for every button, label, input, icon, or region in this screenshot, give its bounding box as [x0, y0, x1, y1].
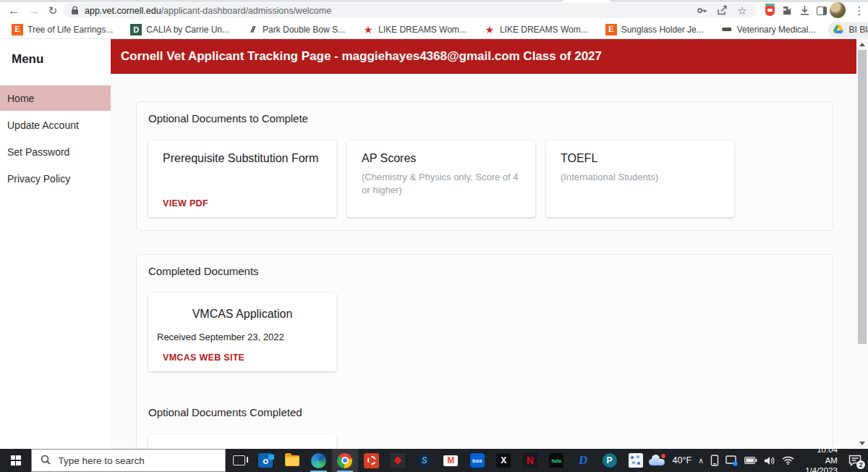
- box-icon: box: [470, 453, 485, 468]
- taskbar-app-x[interactable]: X: [490, 449, 517, 472]
- vet-logo-icon: [721, 24, 733, 35]
- bookmark-item[interactable]: D CALIA by Carrie Un...: [126, 22, 234, 38]
- page-banner: Cornell Vet Applicant Tracking Page - ma…: [111, 39, 856, 74]
- tray-chevron-up-icon[interactable]: ∧: [698, 456, 704, 465]
- netflix-icon: N: [523, 453, 537, 468]
- bookmark-item[interactable]: ★ LIKE DREAMS Wom...: [358, 22, 471, 38]
- page-viewport: Menu Home Update Account Set Password Pr…: [0, 39, 868, 449]
- etsy-e-icon: E: [605, 24, 617, 35]
- taskbar-app-outlook[interactable]: o: [252, 449, 279, 472]
- taskbar-clock[interactable]: 10:04 AM 1/4/2023: [801, 444, 841, 472]
- sidebar-item-home[interactable]: Home: [0, 85, 111, 111]
- tabstrip-edge: [0, 0, 868, 2]
- outlook-icon: o: [258, 453, 273, 468]
- optional-documents-section: Optional Documents to Complete Prerequis…: [136, 101, 833, 231]
- taskbar-app-file-explorer[interactable]: [279, 449, 306, 472]
- taskbar-search-input[interactable]: Type here to search: [31, 449, 226, 472]
- taskbar-app-box[interactable]: box: [464, 449, 490, 472]
- browser-toolbar: ← → ↻ app.vet.cornell.edu/applicant-dash…: [0, 0, 868, 20]
- battery-icon[interactable]: [744, 457, 757, 464]
- completed-documents-section: Completed Documents VMCAS Application Re…: [136, 254, 833, 449]
- scroll-down-arrow-icon[interactable]: [859, 442, 865, 445]
- search-placeholder: Type here to search: [58, 455, 144, 466]
- google-drive-icon: [833, 24, 844, 35]
- weather-temp[interactable]: 40°F: [673, 455, 692, 465]
- your-phone-icon[interactable]: [710, 455, 719, 466]
- taskbar-app-edge[interactable]: [305, 449, 332, 472]
- side-panel-icon[interactable]: [813, 2, 830, 19]
- taskbar-app-blue-dots[interactable]: [623, 449, 650, 472]
- scrollbar-thumb[interactable]: [858, 50, 867, 344]
- windows-taskbar: Type here to search o S M box X N hulu D…: [0, 449, 868, 472]
- bookmark-item[interactable]: E Sunglass Holder Je...: [601, 22, 708, 38]
- sidebar-item-update-account[interactable]: Update Account: [0, 112, 111, 138]
- bookmark-star-icon[interactable]: ☆: [735, 4, 749, 17]
- sidebar-item-privacy-policy[interactable]: Privacy Policy: [0, 166, 111, 191]
- red-star-icon: ★: [362, 24, 374, 35]
- active-tab-bottom: [563, 0, 610, 2]
- sidebar: Menu Home Update Account Set Password Pr…: [0, 39, 111, 449]
- section-heading: Optional Documents to Complete: [148, 112, 821, 125]
- taskbar-app-canvas[interactable]: [358, 449, 385, 472]
- clock-date: 1/4/2023: [804, 465, 838, 472]
- adblock-extension-icon[interactable]: [761, 2, 778, 19]
- taskbar-app-chrome[interactable]: [332, 449, 359, 472]
- forward-icon[interactable]: →: [26, 3, 42, 19]
- taskbar-app-red-diamond[interactable]: [385, 449, 412, 472]
- volume-icon[interactable]: [764, 456, 775, 465]
- edge-icon: [311, 453, 326, 468]
- search-icon: [41, 455, 51, 467]
- scroll-up-arrow-icon[interactable]: [859, 43, 865, 46]
- password-key-icon[interactable]: [694, 5, 709, 16]
- address-bar[interactable]: app.vet.cornell.edu/applicant-dashboard/…: [64, 3, 757, 18]
- cast-screen-icon[interactable]: [726, 455, 738, 466]
- calia-d-icon: D: [130, 24, 142, 35]
- page-title: Cornell Vet Applicant Tracking Page - ma…: [121, 49, 602, 64]
- blue-swirl-app-icon: S: [417, 453, 432, 468]
- windows-logo-icon: [11, 455, 21, 465]
- extensions-puzzle-icon[interactable]: [778, 2, 796, 19]
- taskbar-app-netflix[interactable]: N: [517, 449, 544, 472]
- file-explorer-icon: [285, 455, 299, 466]
- bookmark-item[interactable]: // Park Double Bow S...: [242, 22, 349, 38]
- disney-plus-icon: D: [579, 453, 587, 468]
- bookmark-item[interactable]: Veterinary Medical...: [717, 22, 820, 38]
- taskbar-app-gmail[interactable]: M: [438, 449, 464, 472]
- reload-icon[interactable]: ↻: [45, 3, 61, 19]
- bookmark-item[interactable]: BI Blank Revised 20...: [828, 22, 868, 38]
- view-pdf-link[interactable]: VIEW PDF: [163, 198, 208, 208]
- sidebar-item-set-password[interactable]: Set Password: [0, 139, 111, 164]
- taskbar-app-hulu[interactable]: hulu: [543, 449, 570, 472]
- weather-cloud-icon[interactable]: [649, 454, 665, 467]
- bookmark-item[interactable]: E Tree of Life Earrings...: [7, 22, 117, 38]
- received-date: Received September 23, 2022: [157, 332, 322, 342]
- x-twitter-icon: X: [496, 453, 511, 468]
- action-center-icon[interactable]: 2: [847, 455, 864, 466]
- url-host: app.vet.cornell.edu: [85, 6, 161, 16]
- p-app-icon: P: [603, 453, 617, 468]
- downloads-icon[interactable]: [796, 2, 813, 19]
- sidebar-title: Menu: [0, 39, 111, 67]
- red-diamond-app-icon: [391, 453, 405, 468]
- bookmark-item[interactable]: ★ LIKE DREAMS Wom...: [480, 22, 592, 38]
- task-view-button[interactable]: [226, 449, 252, 472]
- profile-avatar[interactable]: [830, 2, 846, 18]
- share-icon[interactable]: [715, 5, 729, 16]
- wifi-icon[interactable]: [782, 456, 794, 465]
- park-slashes-icon: //: [247, 24, 258, 35]
- back-icon[interactable]: ←: [6, 3, 22, 19]
- taskbar-app-p[interactable]: P: [596, 449, 623, 472]
- canvas-icon: [364, 453, 379, 468]
- card-optional-questions: Optional Questions: [148, 434, 336, 449]
- bookmarks-bar: E Tree of Life Earrings... D CALIA by Ca…: [0, 20, 868, 39]
- taskbar-app-disney-plus[interactable]: D: [570, 449, 597, 472]
- vertical-scrollbar[interactable]: [856, 39, 868, 449]
- start-button[interactable]: [0, 449, 31, 472]
- chrome-icon: [337, 453, 352, 468]
- main-content: Cornell Vet Applicant Tracking Page - ma…: [111, 39, 856, 449]
- notification-badge: 2: [856, 460, 865, 469]
- browser-menu-dots-icon[interactable]: ⋮: [851, 2, 868, 19]
- taskbar-app-blue-swirl[interactable]: S: [411, 449, 438, 472]
- card-toefl: TOEFL (International Students): [546, 140, 734, 217]
- vmcas-web-site-link[interactable]: VMCAS WEB SITE: [163, 353, 244, 363]
